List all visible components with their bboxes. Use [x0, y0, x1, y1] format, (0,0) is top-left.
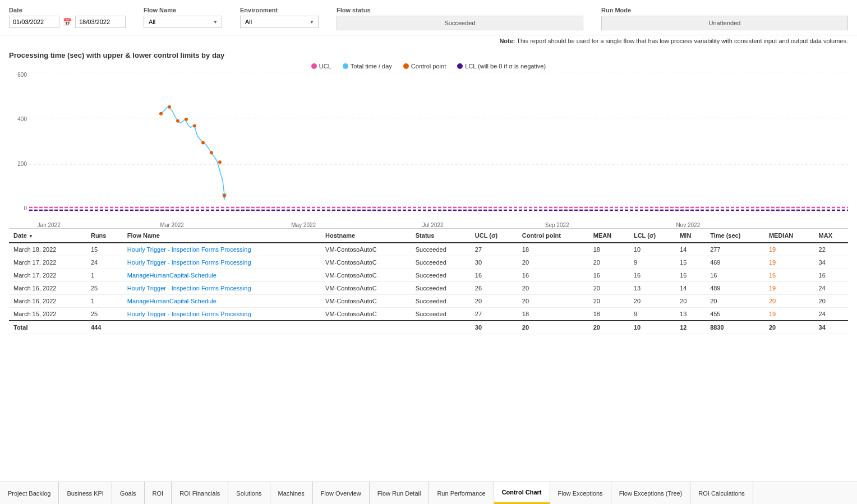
cell-lcl: 10: [629, 243, 675, 256]
legend-lcl-label: LCL (will be 0 if σ is negative): [465, 63, 546, 70]
cell-mean: 16: [589, 269, 629, 282]
y-label-600: 600: [9, 72, 29, 78]
cell-min: 16: [675, 269, 706, 282]
flow-name-select[interactable]: All: [144, 16, 222, 28]
cell-mean: 18: [589, 243, 629, 256]
tab-roi[interactable]: ROI: [145, 482, 172, 504]
cell-runs: 15: [86, 243, 123, 256]
th-flow-name[interactable]: Flow Name: [123, 229, 321, 243]
svg-point-9: [193, 124, 196, 128]
cell-max: 24: [814, 308, 848, 321]
cell-status: Succeeded: [411, 282, 471, 295]
tab-business-kpi[interactable]: Business KPI: [59, 482, 112, 504]
cell-date: March 16, 2022: [9, 282, 86, 295]
tab-project-backlog[interactable]: Project Backlog: [0, 482, 59, 504]
cell-ucl: 27: [471, 308, 518, 321]
date-from-input[interactable]: [9, 16, 59, 28]
cell-date: March 18, 2022: [9, 243, 86, 256]
cell-mean: 20: [589, 295, 629, 308]
th-ucl[interactable]: UCL (σ): [471, 229, 518, 243]
svg-point-10: [201, 141, 205, 145]
date-label: Date: [9, 7, 126, 13]
th-time-sec[interactable]: Time (sec): [706, 229, 764, 243]
cell-flow-name[interactable]: Hourly Trigger - Inspection Forms Proces…: [123, 282, 321, 295]
cell-lcl: 9: [629, 256, 675, 269]
cell-flow-name[interactable]: ManageHumanCapital-Schedule: [123, 269, 321, 282]
chart-inner: [29, 72, 848, 211]
run-mode-label: Run Mode: [601, 7, 848, 13]
cell-control-point: 16: [518, 269, 589, 282]
cell-status: Succeeded: [411, 269, 471, 282]
table-row: March 17, 2022 24 Hourly Trigger - Inspe…: [9, 256, 848, 269]
cell-flow-name[interactable]: Hourly Trigger - Inspection Forms Proces…: [123, 243, 321, 256]
tab-flow-exceptions-tree[interactable]: Flow Exceptions (Tree): [611, 482, 691, 504]
tab-roi-calculations[interactable]: ROI Calculations: [690, 482, 753, 504]
x-label-jul: Jul 2022: [422, 222, 444, 228]
legend-ucl-label: UCL: [319, 63, 331, 70]
cell-ucl: 20: [471, 295, 518, 308]
tab-goals[interactable]: Goals: [112, 482, 145, 504]
data-table-container[interactable]: Date ▼ Runs Flow Name Hostname Status UC…: [9, 229, 848, 403]
total-time-dot: [343, 63, 348, 69]
th-hostname[interactable]: Hostname: [321, 229, 411, 243]
table-header-row: Date ▼ Runs Flow Name Hostname Status UC…: [9, 229, 848, 243]
environment-label: Environment: [240, 7, 319, 13]
cell-median: 19: [764, 308, 814, 321]
chart-title: Processing time (sec) with upper & lower…: [9, 51, 848, 59]
tab-roi-financials[interactable]: ROI Financials: [172, 482, 228, 504]
flow-status-filter: Flow status Succeeded: [337, 7, 583, 30]
run-mode-button[interactable]: Unattended: [601, 16, 848, 30]
calendar-icon[interactable]: 📅: [63, 18, 72, 26]
table-row: March 15, 2022 25 Hourly Trigger - Inspe…: [9, 308, 848, 321]
note-text: This report should be used for a single …: [517, 38, 848, 44]
th-lcl[interactable]: LCL (σ): [629, 229, 675, 243]
total-lcl: 10: [629, 321, 675, 334]
table-row: March 16, 2022 25 Hourly Trigger - Inspe…: [9, 282, 848, 295]
lcl-dot: [457, 63, 463, 69]
svg-point-13: [223, 194, 226, 197]
cell-min: 20: [675, 295, 706, 308]
th-runs[interactable]: Runs: [86, 229, 123, 243]
tab-flow-overview[interactable]: Flow Overview: [313, 482, 370, 504]
th-max[interactable]: MAX: [814, 229, 848, 243]
th-mean[interactable]: MEAN: [589, 229, 629, 243]
total-label: Total: [9, 321, 86, 334]
cell-control-point: 18: [518, 308, 589, 321]
chart-legend: UCL Total time / day Control point LCL (…: [9, 63, 848, 70]
total-status: [411, 321, 471, 334]
cell-min: 15: [675, 256, 706, 269]
cell-status: Succeeded: [411, 243, 471, 256]
tab-solutions[interactable]: Solutions: [228, 482, 270, 504]
filter-bar: Date 📅 Flow Name All Environment All Flo…: [0, 0, 857, 35]
date-to-input[interactable]: [75, 16, 126, 28]
th-status[interactable]: Status: [411, 229, 471, 243]
tab-control-chart[interactable]: Control Chart: [494, 482, 550, 504]
total-mean: 20: [589, 321, 629, 334]
total-max: 34: [814, 321, 848, 334]
svg-point-6: [168, 105, 171, 109]
tab-machines[interactable]: Machines: [270, 482, 313, 504]
cell-median: 20: [764, 295, 814, 308]
cell-flow-name[interactable]: ManageHumanCapital-Schedule: [123, 295, 321, 308]
th-min[interactable]: MIN: [675, 229, 706, 243]
th-control-point[interactable]: Control point: [518, 229, 589, 243]
environment-select[interactable]: All: [240, 16, 319, 28]
th-date[interactable]: Date ▼: [9, 229, 86, 243]
cell-flow-name[interactable]: Hourly Trigger - Inspection Forms Proces…: [123, 256, 321, 269]
svg-point-11: [210, 151, 213, 154]
tab-run-performance[interactable]: Run Performance: [429, 482, 494, 504]
cell-lcl: 9: [629, 308, 675, 321]
cell-max: 24: [814, 282, 848, 295]
total-runs: 444: [86, 321, 123, 334]
flow-status-button[interactable]: Succeeded: [337, 16, 583, 30]
cell-flow-name[interactable]: Hourly Trigger - Inspection Forms Proces…: [123, 308, 321, 321]
th-median[interactable]: MEDIAN: [764, 229, 814, 243]
svg-point-7: [176, 119, 179, 123]
cell-hostname: VM-ContosoAutoC: [321, 269, 411, 282]
cell-runs: 25: [86, 282, 123, 295]
tab-flow-exceptions[interactable]: Flow Exceptions: [550, 482, 611, 504]
total-control-point: 20: [518, 321, 589, 334]
tab-flow-run-detail[interactable]: Flow Run Detail: [370, 482, 430, 504]
ucl-dot: [311, 63, 317, 69]
table-total-row: Total 444 30 20 20 10 12 8830 20 34: [9, 321, 848, 334]
